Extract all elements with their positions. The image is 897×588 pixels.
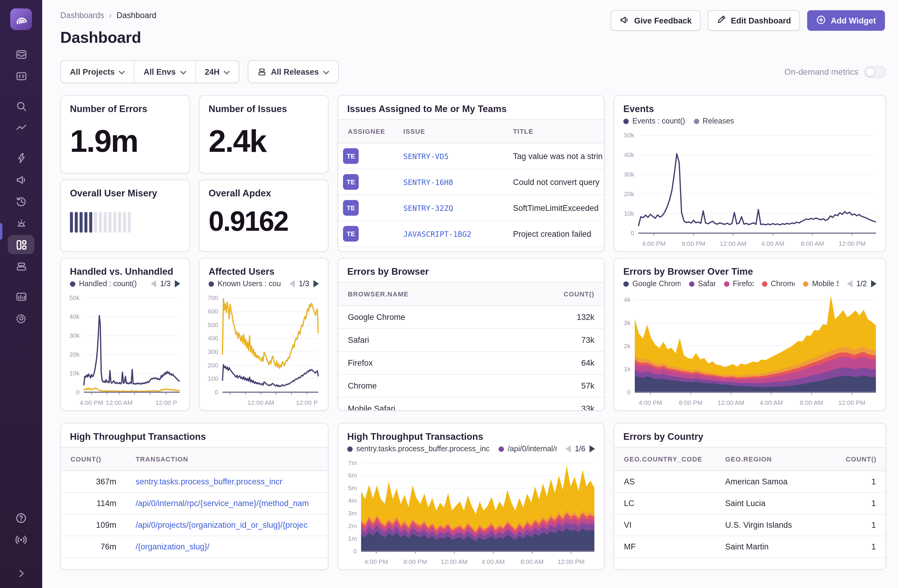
sentry-logo[interactable] [10, 8, 32, 30]
high-throughput-area-chart[interactable]: 01m2m3m4m5m6m7m4:00 PM8:00 PM12:00 AM4:0… [341, 455, 599, 567]
table-row[interactable]: LCSaint Lucia1 [614, 493, 886, 515]
dashboards-icon[interactable] [8, 235, 34, 254]
replay-icon[interactable] [8, 192, 34, 211]
column-header[interactable]: GEO.COUNTRY_CODE [614, 455, 716, 463]
legend-item[interactable]: Releases [693, 117, 734, 125]
table-row[interactable]: TEJAVASCRIPT-1BG2Project creation failed [338, 221, 604, 247]
assignee-cell[interactable]: TE [338, 226, 393, 241]
legend-item[interactable]: /api/0/internal/r [499, 444, 557, 453]
legend-item[interactable]: Chrome [762, 279, 794, 288]
issue-link[interactable]: SENTRY-16H8 [393, 177, 504, 186]
assignee-cell[interactable]: TE [338, 148, 393, 164]
transaction-link[interactable]: /{organization_slug}/ [126, 542, 328, 551]
legend-item[interactable]: Google Chrome [623, 279, 681, 288]
issue-link[interactable]: JAVASCRIPT-1BG2 [393, 229, 504, 238]
ondemand-metrics-toggle[interactable] [865, 66, 886, 78]
widget-high-throughput-chart[interactable]: High Throughput Transactions sentry.task… [338, 423, 605, 570]
widget-issues-assigned[interactable]: Issues Assigned to Me or My Teams ASSIGN… [338, 95, 605, 252]
add-widget-button[interactable]: Add Widget [807, 10, 885, 31]
handled-unhandled-line-chart[interactable]: 010k20k30k40k50k4:00 PM12:00 AM12:00 P [63, 290, 184, 408]
widget-errors-by-browser[interactable]: Errors by Browser BROWSER.NAMECOUNT()Goo… [338, 258, 605, 411]
table-row[interactable]: TESENTRY-16H8Could not convert query [338, 169, 604, 195]
column-header[interactable]: COUNT() [61, 455, 126, 463]
traces-icon[interactable] [8, 118, 34, 137]
column-header[interactable]: ASSIGNEE [338, 128, 393, 135]
widget-high-throughput-table[interactable]: High Throughput Transactions COUNT()TRAN… [60, 423, 329, 570]
table-row[interactable]: Mobile Safari33k [338, 398, 604, 411]
legend-next-icon[interactable] [175, 280, 180, 287]
give-feedback-button[interactable]: Give Feedback [611, 10, 701, 31]
widget-handled-vs-unhandled[interactable]: Handled vs. Unhandled Handled : count()1… [60, 258, 190, 411]
assignee-cell[interactable]: TE [338, 174, 393, 190]
breadcrumb-dashboards[interactable]: Dashboards [60, 11, 104, 20]
widget-number-of-errors[interactable]: Number of Errors 1.9m [60, 95, 190, 174]
assignee-cell[interactable]: TE [338, 200, 393, 216]
issue-link[interactable]: SENTRY-VD5 [393, 151, 504, 160]
table-row[interactable]: TESENTRY-32ZQSoftTimeLimitExceeded [338, 195, 604, 221]
table-row[interactable]: Google Chrome132k [338, 306, 604, 329]
legend-prev-icon[interactable] [289, 280, 294, 287]
transaction-link[interactable]: /api/0/projects/{organization_id_or_slug… [126, 521, 328, 530]
column-header[interactable]: TRANSACTION [126, 455, 328, 463]
table-row[interactable]: TESENTRY-VD5Tag value was not a strin [338, 144, 604, 169]
legend-prev-icon[interactable] [846, 280, 852, 287]
assignee-avatar[interactable]: TE [343, 200, 359, 216]
table-row[interactable]: VIU.S. Virgin Islands1 [614, 515, 886, 536]
transaction-link[interactable]: sentry.tasks.process_buffer.process_incr [126, 477, 328, 486]
alerts-icon[interactable] [8, 213, 34, 232]
legend-next-icon[interactable] [589, 445, 595, 452]
column-header[interactable]: GEO.REGION [716, 455, 836, 463]
errors-by-browser-area-chart[interactable]: 01k2k3k4k4:00 PM8:00 PM12:00 AM4:00 AM8:… [617, 290, 881, 408]
stats-icon[interactable] [8, 287, 34, 306]
widget-errors-by-country[interactable]: Errors by Country GEO.COUNTRY_CODEGEO.RE… [614, 423, 886, 570]
table-row[interactable]: MFSaint Martin1 [614, 536, 886, 558]
legend-item[interactable]: sentry.tasks.process_buffer.process_incr [347, 444, 490, 453]
column-header[interactable]: BROWSER.NAME [338, 290, 550, 298]
widget-user-misery[interactable]: Overall User Misery [60, 180, 190, 252]
legend-prev-icon[interactable] [565, 445, 571, 452]
table-row[interactable]: Safari73k [338, 329, 604, 352]
legend-prev-icon[interactable] [150, 280, 156, 287]
affected-users-line-chart[interactable]: 010020030040050060070012:00 AM12:00 P [202, 290, 323, 408]
broadcast-icon[interactable] [8, 530, 34, 550]
widget-apdex[interactable]: Overall Apdex 0.9162 [199, 180, 329, 252]
explore-icon[interactable] [8, 66, 34, 86]
widget-number-of-issues[interactable]: Number of Issues 2.4k [199, 95, 329, 174]
lightning-icon[interactable] [8, 148, 34, 168]
table-row[interactable]: 109m/api/0/projects/{organization_id_or_… [61, 515, 328, 536]
issues-icon[interactable] [8, 44, 34, 64]
column-header[interactable]: COUNT() [836, 455, 886, 463]
table-row[interactable]: Chrome57k [338, 375, 604, 398]
table-row[interactable]: 367msentry.tasks.process_buffer.process_… [61, 471, 328, 493]
assignee-avatar[interactable]: TE [343, 226, 359, 241]
events-line-chart[interactable]: 010k20k30k40k50k4:00 PM8:00 PM12:00 AM4:… [617, 128, 881, 249]
widget-errors-by-browser-over-time[interactable]: Errors by Browser Over Time Google Chrom… [614, 258, 886, 411]
widget-affected-users[interactable]: Affected Users Known Users : cour1/3 010… [199, 258, 329, 411]
legend-next-icon[interactable] [871, 280, 877, 287]
help-icon[interactable] [8, 509, 34, 528]
table-row[interactable]: 114m/api/0/internal/rpc/{service_name}/{… [61, 493, 328, 515]
project-filter[interactable]: All Projects [61, 61, 134, 82]
column-header[interactable]: TITLE [504, 128, 604, 135]
legend-next-icon[interactable] [314, 280, 319, 287]
legend-item[interactable]: Safari [689, 279, 716, 288]
date-range-filter[interactable]: 24H [195, 61, 239, 82]
table-row[interactable]: 76m/{organization_slug}/ [61, 536, 328, 558]
legend-item[interactable]: Events : count() [623, 117, 685, 125]
releases-icon[interactable] [8, 257, 34, 276]
edit-dashboard-button[interactable]: Edit Dashboard [708, 10, 800, 31]
expand-icon[interactable] [8, 564, 34, 583]
megaphone-icon[interactable] [8, 170, 34, 189]
search-icon[interactable] [8, 96, 34, 116]
column-header[interactable]: ISSUE [393, 128, 504, 135]
legend-item[interactable]: Firefox [724, 279, 753, 288]
table-row[interactable]: ASAmerican Samoa1 [614, 471, 886, 493]
settings-icon[interactable] [8, 309, 34, 328]
issue-link[interactable]: SENTRY-32ZQ [393, 203, 504, 212]
legend-item[interactable]: Mobile S [803, 279, 838, 288]
assignee-avatar[interactable]: TE [343, 148, 359, 164]
legend-item[interactable]: Known Users : cour [208, 279, 281, 288]
transaction-link[interactable]: /api/0/internal/rpc/{service_name}/{meth… [126, 499, 328, 508]
assignee-avatar[interactable]: TE [343, 174, 359, 190]
release-filter[interactable]: All Releases [249, 61, 338, 82]
